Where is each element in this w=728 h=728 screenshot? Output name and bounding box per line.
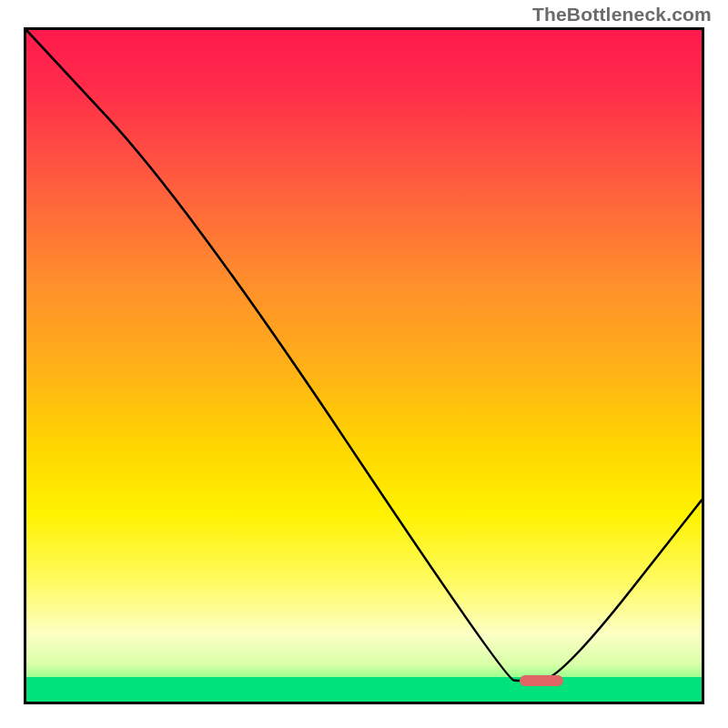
optimal-range-marker [520, 675, 563, 686]
watermark-text: TheBottleneck.com [532, 4, 712, 25]
chart-curve-svg [26, 30, 702, 702]
chart-plot-area [24, 27, 704, 704]
bottleneck-curve-path [26, 30, 702, 681]
